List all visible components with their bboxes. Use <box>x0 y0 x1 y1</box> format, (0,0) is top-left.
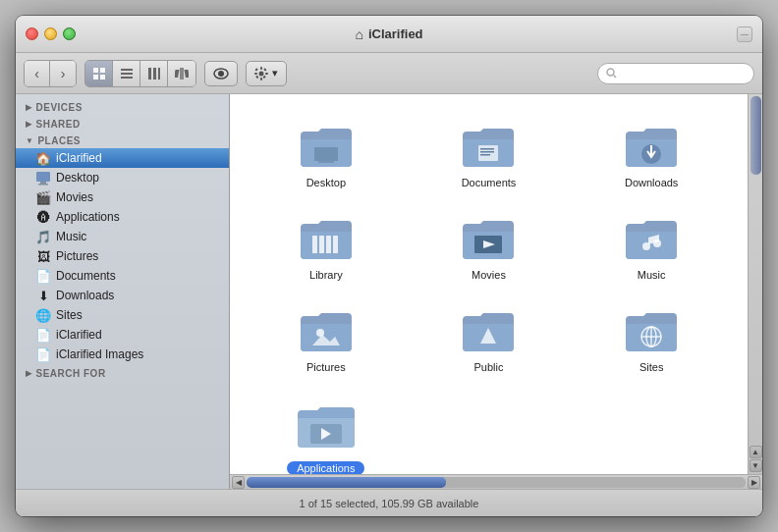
library-label: Library <box>309 269 343 281</box>
svg-rect-16 <box>260 67 262 70</box>
scrollbar-arrows: ▲ ▼ <box>749 444 762 474</box>
file-item-downloads[interactable]: Downloads <box>575 114 728 196</box>
sidebar-item-sites[interactable]: 🌐 Sites <box>16 305 229 325</box>
view-buttons <box>84 60 196 87</box>
search-box[interactable] <box>597 63 754 84</box>
gear-action-button[interactable]: ▾ <box>246 61 287 86</box>
applications-folder-icon <box>294 399 359 455</box>
window-zoom[interactable]: — <box>737 27 752 42</box>
sidebar-item-movies[interactable]: 🎬 Movies <box>16 187 229 207</box>
home-icon: ⌂ <box>355 27 362 42</box>
svg-rect-11 <box>180 68 184 80</box>
devices-header[interactable]: ▶ DEVICES <box>16 100 229 115</box>
sites-icon: 🌐 <box>35 307 51 323</box>
sidebar-section-devices: ▶ DEVICES <box>16 100 229 115</box>
sidebar-item-label: Applications <box>56 210 120 224</box>
title-text: iClarified <box>368 27 423 41</box>
places-collapse-icon: ▼ <box>26 136 33 145</box>
shared-collapse-icon: ▶ <box>26 120 32 129</box>
svg-rect-27 <box>40 182 46 184</box>
file-item-public[interactable]: Public <box>413 298 566 381</box>
svg-rect-0 <box>93 68 98 73</box>
svg-rect-40 <box>333 236 338 253</box>
svg-rect-22 <box>255 75 259 79</box>
svg-rect-30 <box>318 161 334 163</box>
file-item-desktop[interactable]: Desktop <box>250 114 403 196</box>
library-folder-icon <box>297 214 356 265</box>
search-icon <box>606 68 617 79</box>
svg-rect-18 <box>254 73 257 75</box>
column-view-button[interactable] <box>140 61 168 86</box>
file-item-documents[interactable]: Documents <box>413 114 566 196</box>
svg-rect-34 <box>480 154 490 156</box>
sidebar-item-label: Pictures <box>56 249 98 263</box>
public-label: Public <box>474 361 504 373</box>
icon-view-button[interactable] <box>85 61 113 86</box>
finder-window: ⌂ iClarified — ‹ › <box>16 16 762 516</box>
sidebar-item-label: iClarified <box>56 151 102 165</box>
list-view-button[interactable] <box>113 61 140 86</box>
back-button[interactable]: ‹ <box>25 61 50 86</box>
vertical-scrollbar[interactable]: ▲ ▼ <box>748 94 762 474</box>
scroll-right-arrow[interactable]: ▶ <box>748 476 760 489</box>
sidebar-item-iclarified-images[interactable]: 📄 iClarified Images <box>16 345 229 364</box>
svg-rect-33 <box>480 151 494 153</box>
sidebar-item-label: Desktop <box>56 171 99 185</box>
close-button[interactable] <box>26 27 38 40</box>
sites-folder-icon <box>622 306 681 357</box>
scrollbar-thumb[interactable] <box>750 96 761 175</box>
file-item-movies[interactable]: Movies <box>413 206 566 289</box>
sidebar-item-pictures[interactable]: 🖼 Pictures <box>16 246 229 266</box>
svg-point-43 <box>653 239 661 247</box>
horizontal-scrollbar[interactable]: ◀ ▶ <box>230 474 762 489</box>
svg-rect-5 <box>121 73 133 75</box>
iclarified2-icon: 📄 <box>35 327 51 343</box>
sidebar-item-applications[interactable]: 🅐 Applications <box>16 207 229 227</box>
search-collapse-icon: ▶ <box>26 369 32 378</box>
svg-rect-31 <box>478 145 498 161</box>
file-view[interactable]: Desktop Documents <box>230 94 748 474</box>
forward-button[interactable]: › <box>50 61 76 86</box>
scroll-down-arrow[interactable]: ▼ <box>750 459 762 472</box>
devices-label: DEVICES <box>36 102 83 113</box>
sidebar-item-documents[interactable]: 📄 Documents <box>16 266 229 286</box>
svg-rect-37 <box>312 236 317 253</box>
svg-point-15 <box>259 71 264 76</box>
h-scrollbar-track <box>247 477 746 488</box>
svg-rect-8 <box>153 68 156 80</box>
file-item-applications[interactable]: Applications <box>250 391 403 474</box>
svg-point-14 <box>218 71 224 77</box>
sidebar-item-music[interactable]: 🎵 Music <box>16 227 229 246</box>
applications-icon: 🅐 <box>35 209 51 225</box>
sidebar-item-label: Music <box>56 230 86 243</box>
eye-action-button[interactable] <box>204 61 238 86</box>
scroll-left-arrow[interactable]: ◀ <box>232 476 245 489</box>
sites-label: Sites <box>639 361 663 373</box>
file-item-music[interactable]: Music <box>575 206 728 289</box>
pictures-label: Pictures <box>306 361 346 373</box>
file-item-sites[interactable]: Sites <box>575 298 728 381</box>
sidebar-item-iclarified[interactable]: 🏠 iClarified <box>16 148 229 168</box>
file-item-pictures[interactable]: Pictures <box>250 298 403 381</box>
sidebar-item-label: iClarified <box>56 328 102 342</box>
coverflow-view-button[interactable] <box>168 61 195 86</box>
public-folder-icon <box>459 306 518 357</box>
window-title: ⌂ iClarified <box>355 27 422 42</box>
file-item-library[interactable]: Library <box>250 206 403 289</box>
sidebar-item-desktop[interactable]: Desktop <box>16 168 229 187</box>
shared-header[interactable]: ▶ SHARED <box>16 117 229 132</box>
svg-rect-4 <box>121 69 133 71</box>
sidebar-item-downloads[interactable]: ⬇ Downloads <box>16 286 229 305</box>
sidebar-item-iclarified2[interactable]: 📄 iClarified <box>16 325 229 345</box>
search-header[interactable]: ▶ SEARCH FOR <box>16 366 229 381</box>
maximize-button[interactable] <box>63 27 76 40</box>
places-header[interactable]: ▼ PLACES <box>16 133 229 148</box>
sidebar-item-label: Sites <box>56 308 83 322</box>
svg-rect-17 <box>260 78 262 80</box>
places-label: PLACES <box>37 135 81 146</box>
downloads-folder-icon <box>622 122 681 173</box>
applications-badge: Applications <box>287 461 364 474</box>
minimize-button[interactable] <box>44 27 57 40</box>
h-scrollbar-thumb[interactable] <box>247 477 446 488</box>
scroll-up-arrow[interactable]: ▲ <box>750 446 762 458</box>
